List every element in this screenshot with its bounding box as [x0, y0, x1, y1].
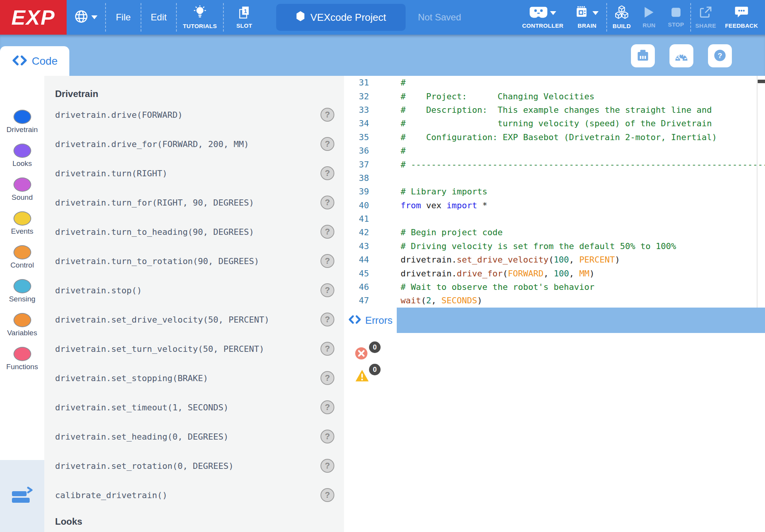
language-menu-button[interactable]: [67, 0, 105, 35]
command-row: calibrate_drivetrain()?: [55, 480, 334, 510]
edit-menu[interactable]: Edit: [141, 0, 176, 35]
build-button[interactable]: BUILD: [607, 0, 636, 35]
command-text[interactable]: drivetrain.turn(RIGHT): [55, 169, 167, 178]
command-help-button[interactable]: ?: [320, 283, 334, 297]
command-help-button[interactable]: ?: [320, 196, 334, 209]
command-text[interactable]: drivetrain.set_timeout(1, SECONDS): [55, 403, 228, 412]
category-sensing[interactable]: Sensing: [0, 279, 44, 313]
command-text[interactable]: drivetrain.turn_to_heading(90, DEGREES): [55, 227, 254, 237]
command-text[interactable]: drivetrain.turn_to_rotation(90, DEGREES): [55, 256, 259, 266]
command-text[interactable]: drivetrain.drive_for(FORWARD, 200, MM): [55, 139, 249, 149]
run-button[interactable]: RUN: [636, 0, 662, 35]
tutorials-button[interactable]: TUTORIALS: [177, 0, 223, 35]
category-drivetrain[interactable]: Drivetrain: [0, 110, 44, 144]
errors-panel-body: 0 0: [344, 333, 765, 532]
command-help-button[interactable]: ?: [320, 225, 334, 239]
errors-chevrons-icon: [348, 315, 361, 326]
stop-button[interactable]: STOP: [662, 0, 690, 35]
stop-icon: [671, 7, 681, 19]
globe-icon: [74, 10, 88, 25]
category-variables[interactable]: Variables: [0, 313, 44, 347]
command-list: drivetrain.drive(FORWARD)?drivetrain.dri…: [55, 100, 334, 510]
category-sound[interactable]: Sound: [0, 177, 44, 211]
command-help-button[interactable]: ?: [320, 166, 334, 180]
line-number: 34: [344, 119, 369, 128]
command-help-button[interactable]: ?: [320, 430, 334, 443]
lightbulb-icon: [193, 5, 206, 21]
switch-to-blocks-button[interactable]: [0, 460, 44, 532]
line-number: 41: [344, 214, 369, 224]
command-help-button[interactable]: ?: [320, 400, 334, 414]
line-number: 44: [344, 255, 369, 264]
command-text[interactable]: calibrate_drivetrain(): [55, 490, 167, 500]
slot-button[interactable]: 1 SLOT: [224, 0, 265, 35]
command-text[interactable]: drivetrain.set_drive_velocity(50, PERCEN…: [55, 315, 269, 325]
category-events[interactable]: Events: [0, 211, 44, 245]
code-line: 42# Begin project code: [344, 226, 765, 239]
command-help-button[interactable]: ?: [320, 108, 334, 122]
warning-icon: [355, 369, 369, 384]
code-text: drivetrain.drive_for(FORWARD, 100, MM): [401, 269, 594, 278]
line-number: 42: [344, 228, 369, 237]
feedback-button[interactable]: FEEDBACK: [720, 0, 763, 35]
hexagon-icon: [296, 11, 305, 24]
line-number: 31: [344, 78, 369, 87]
slot-icon: 1: [238, 6, 250, 20]
project-name-button[interactable]: VEXcode Project: [276, 4, 406, 31]
line-number: 36: [344, 146, 369, 156]
main-area: DrivetrainLooksSoundEventsControlSensing…: [0, 76, 765, 532]
category-color-dot: [13, 347, 31, 361]
stop-label: STOP: [668, 21, 684, 28]
category-list: DrivetrainLooksSoundEventsControlSensing…: [0, 76, 44, 381]
code-line: 34# turning velocity (speed) of the Driv…: [344, 117, 765, 130]
file-menu-label: File: [116, 12, 131, 23]
command-text[interactable]: drivetrain.set_turn_velocity(50, PERCENT…: [55, 344, 264, 354]
scrollbar-thumb[interactable]: [758, 80, 765, 83]
category-looks[interactable]: Looks: [0, 144, 44, 177]
command-row: drivetrain.stop()?: [55, 276, 334, 305]
exp-logo-text: EXP: [11, 5, 55, 29]
code-line: 40from vex import *: [344, 199, 765, 212]
help-button[interactable]: ?: [708, 44, 732, 67]
command-help-button[interactable]: ?: [320, 137, 334, 151]
command-help-button[interactable]: ?: [320, 342, 334, 356]
command-text[interactable]: drivetrain.set_rotation(0, DEGREES): [55, 461, 234, 471]
controller-button[interactable]: CONTROLLER: [518, 0, 568, 35]
command-text[interactable]: drivetrain.set_stopping(BRAKE): [55, 373, 208, 383]
tab-code[interactable]: Code: [0, 46, 69, 76]
file-menu[interactable]: File: [106, 0, 141, 35]
command-help-button[interactable]: ?: [320, 459, 334, 473]
share-button[interactable]: SHARE: [691, 0, 720, 35]
command-text[interactable]: drivetrain.drive(FORWARD): [55, 110, 183, 120]
line-number: 37: [344, 160, 369, 169]
category-label: Variables: [7, 329, 37, 337]
code-text: #: [401, 146, 406, 156]
line-number: 40: [344, 201, 369, 210]
editor-region: 31#32# Project: Changing Velocities33# D…: [344, 76, 765, 532]
exp-logo: EXP: [0, 0, 67, 35]
command-text[interactable]: drivetrain.stop(): [55, 286, 142, 295]
category-label: Control: [10, 261, 34, 269]
code-chevrons-icon: [12, 55, 27, 68]
command-help-button[interactable]: ?: [320, 488, 334, 502]
error-status: 0: [355, 341, 382, 363]
code-text: # Driving velocity is set from the defau…: [401, 241, 676, 251]
code-tab-label: Code: [32, 55, 58, 67]
category-functions[interactable]: Functions: [0, 347, 44, 381]
brain-button[interactable]: BRAIN: [568, 0, 606, 35]
command-text[interactable]: drivetrain.turn_for(RIGHT, 90, DEGREES): [55, 198, 254, 207]
line-number: 47: [344, 296, 369, 305]
command-help-button[interactable]: ?: [320, 371, 334, 385]
dashboard-button[interactable]: [669, 44, 693, 67]
category-label: Events: [11, 227, 33, 236]
code-text: # Begin project code: [401, 228, 503, 237]
palette-section-title: Drivetrain: [55, 87, 334, 100]
code-editor[interactable]: 31#32# Project: Changing Velocities33# D…: [344, 76, 765, 308]
category-control[interactable]: Control: [0, 245, 44, 279]
device-info-button[interactable]: [631, 44, 655, 67]
command-help-button[interactable]: ?: [320, 254, 334, 268]
command-text[interactable]: drivetrain.set_heading(0, DEGREES): [55, 432, 228, 442]
editor-scrollbar[interactable]: [757, 76, 765, 308]
tab-errors[interactable]: Errors: [344, 308, 397, 333]
command-help-button[interactable]: ?: [320, 313, 334, 326]
